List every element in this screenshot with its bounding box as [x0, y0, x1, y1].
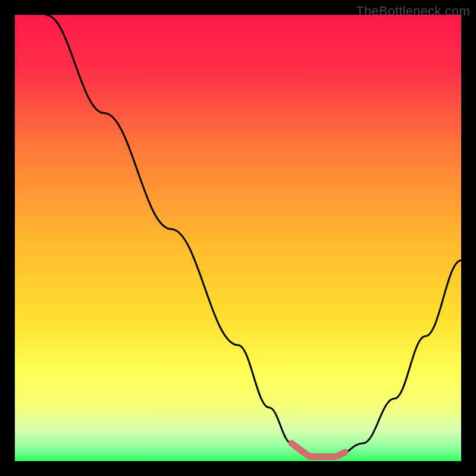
plot-svg [15, 15, 461, 461]
plot-area [15, 15, 461, 461]
chart-container: TheBottleneck.com [0, 0, 476, 476]
